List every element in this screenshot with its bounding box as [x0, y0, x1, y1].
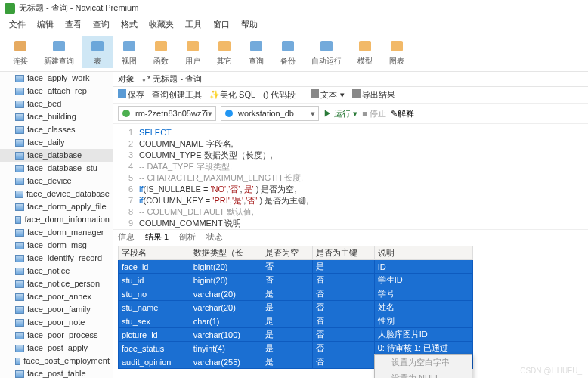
toolbar-auto[interactable]: 自动运行 — [304, 36, 349, 68]
result-tab-3[interactable]: 状态 — [206, 231, 223, 243]
result-tab-2[interactable]: 剖析 — [179, 231, 196, 243]
table-row[interactable]: stu_sexchar(1)是否性别 — [119, 314, 473, 328]
menu-收藏夹[interactable]: 收藏夹 — [144, 17, 178, 32]
ctx-item[interactable]: 设置为空白字串 — [375, 355, 472, 370]
table-face_bed[interactable]: face_bed — [0, 98, 113, 110]
menu-工具[interactable]: 工具 — [181, 17, 206, 32]
table-face_database_stu[interactable]: face_database_stu — [0, 162, 113, 175]
table-face_post_employment[interactable]: face_post_employment — [0, 355, 113, 367]
table-face_identify_record[interactable]: face_identify_record — [0, 252, 113, 265]
toolbar-plug[interactable]: 连接 — [5, 36, 36, 68]
tab-query[interactable]: * 无标题 - 查询 — [142, 73, 202, 85]
table-face_dorm_manager[interactable]: face_dorm_manager — [0, 226, 113, 239]
table-face_post_table[interactable]: face_post_table — [0, 367, 113, 378]
plug-icon — [12, 38, 29, 54]
chart-icon — [388, 38, 405, 54]
table-face_attach_rep[interactable]: face_attach_rep — [0, 85, 113, 98]
content-area: 对象 * 无标题 - 查询 保存 查询创建工具 ✨美化 SQL () 代码段 文… — [113, 72, 588, 378]
table-face_poor_annex[interactable]: face_poor_annex — [0, 290, 113, 303]
result-tab-1[interactable]: 结果 1 — [145, 231, 169, 243]
toolbar-other[interactable]: 其它 — [209, 36, 240, 68]
table-face_database[interactable]: face_database — [0, 149, 113, 162]
svg-rect-9 — [320, 41, 333, 51]
table-icon — [15, 293, 24, 301]
table-face_building[interactable]: face_building — [0, 110, 113, 123]
code-segment-button[interactable]: () 代码段 — [263, 89, 296, 101]
table-row[interactable]: stu_novarchar(20)是否学号 — [119, 287, 473, 301]
sql-editor[interactable]: 1SELECT2 COLUMN_NAME 字段名,3 COLUMN_TYPE 数… — [113, 124, 588, 229]
table-icon — [15, 280, 24, 288]
table-row[interactable]: face_idbigint(20)否是ID — [119, 260, 473, 274]
table-face_poor_process[interactable]: face_poor_process — [0, 329, 113, 342]
auto-icon — [318, 38, 335, 54]
toolbar-view[interactable]: 视图 — [113, 36, 145, 68]
toolbar-table[interactable]: 表 — [82, 36, 113, 68]
query-builder-button[interactable]: 查询创建工具 — [152, 89, 202, 101]
result-grid[interactable]: 字段名数据类型（长是否为空是否为主键说明face_idbigint(20)否是I… — [118, 246, 473, 369]
table-face_poor_family[interactable]: face_poor_family — [0, 303, 113, 316]
ctx-item[interactable]: 设置为 NULL — [375, 370, 472, 378]
tab-objects[interactable]: 对象 — [118, 73, 135, 85]
toolbar-user[interactable]: 用户 — [177, 36, 209, 68]
col-header[interactable]: 说明 — [374, 246, 472, 260]
table-face_post_apply[interactable]: face_post_apply — [0, 342, 113, 355]
result-tab-0[interactable]: 信息 — [118, 231, 135, 243]
svg-rect-6 — [218, 41, 231, 51]
table-face_dorm_apply_file[interactable]: face_dorm_apply_file — [0, 200, 113, 213]
table-icon — [15, 216, 21, 224]
col-header[interactable]: 字段名 — [119, 246, 190, 260]
sidebar-tables[interactable]: face_apply_workface_attach_repface_bedfa… — [0, 72, 113, 378]
menu-格式[interactable]: 格式 — [116, 17, 142, 32]
table-row[interactable]: face_statustinyint(4)是否0: 待审核 1: 已通过 — [119, 342, 473, 355]
table-face_device_database[interactable]: face_device_database — [0, 187, 113, 200]
col-header[interactable]: 是否为主键 — [313, 246, 374, 260]
table-face_dorm_msg[interactable]: face_dorm_msg — [0, 239, 113, 252]
table-face_poor_note[interactable]: face_poor_note — [0, 316, 113, 329]
toolbar-query[interactable]: 查询 — [240, 36, 272, 68]
table-face_dorm_information[interactable]: face_dorm_information — [0, 213, 113, 226]
save-button[interactable]: 保存 — [118, 89, 144, 101]
table-face_notice_person[interactable]: face_notice_person — [0, 277, 113, 290]
text-dropdown[interactable]: 文本 ▾ — [311, 89, 344, 101]
menu-查询[interactable]: 查询 — [88, 17, 114, 32]
table-icon — [15, 255, 24, 262]
watermark: CSDN @HHUFU_ — [520, 367, 582, 375]
explain-button[interactable]: ✎解释 — [391, 108, 414, 119]
connection-selector[interactable]: rm-2zetn83n05wz7i — [118, 106, 216, 121]
col-header[interactable]: 数据类型（长 — [190, 246, 262, 260]
newq-icon — [51, 38, 67, 54]
user-icon — [184, 38, 201, 54]
col-header[interactable]: 是否为空 — [262, 246, 312, 260]
menu-查看[interactable]: 查看 — [60, 17, 86, 32]
table-icon — [15, 101, 24, 108]
toolbar-backup[interactable]: 备份 — [272, 36, 304, 68]
svg-rect-10 — [359, 41, 371, 51]
table-icon — [15, 242, 24, 249]
table-face_device[interactable]: face_device — [0, 175, 113, 187]
menu-编辑[interactable]: 编辑 — [32, 17, 58, 32]
table-face_notice[interactable]: face_notice — [0, 265, 113, 277]
table-row[interactable]: stu_namevarchar(20)是否姓名 — [119, 301, 473, 314]
table-icon — [15, 191, 23, 198]
toolbar-model[interactable]: 模型 — [349, 36, 381, 68]
menu-帮助[interactable]: 帮助 — [237, 17, 262, 32]
table-face_daily[interactable]: face_daily — [0, 136, 113, 149]
database-selector[interactable]: workstation_db — [221, 106, 319, 121]
context-menu[interactable]: 设置为空白字串设置为 NULL删除记录复制复制为粘贴显示 — [374, 354, 472, 378]
other-icon — [216, 38, 233, 54]
table-face_apply_work[interactable]: face_apply_work — [0, 72, 113, 85]
run-button[interactable]: ▶ 运行 ▾ — [323, 108, 357, 119]
beautify-sql-button[interactable]: ✨美化 SQL — [209, 89, 255, 101]
toolbar-chart[interactable]: 图表 — [381, 36, 413, 68]
svg-rect-11 — [391, 41, 403, 51]
table-row[interactable]: picture_idvarchar(100)是否人脸库图片ID — [119, 328, 473, 342]
svg-rect-7 — [250, 41, 262, 51]
menu-窗口[interactable]: 窗口 — [209, 17, 234, 32]
table-icon — [15, 319, 24, 327]
export-button[interactable]: 导出结果 — [352, 89, 395, 101]
menu-文件[interactable]: 文件 — [5, 17, 30, 32]
toolbar-newq[interactable]: 新建查询 — [36, 36, 82, 68]
toolbar-fx[interactable]: 函数 — [145, 36, 177, 68]
table-row[interactable]: stu_idbigint(20)否否学生ID — [119, 274, 473, 287]
table-face_classes[interactable]: face_classes — [0, 123, 113, 136]
